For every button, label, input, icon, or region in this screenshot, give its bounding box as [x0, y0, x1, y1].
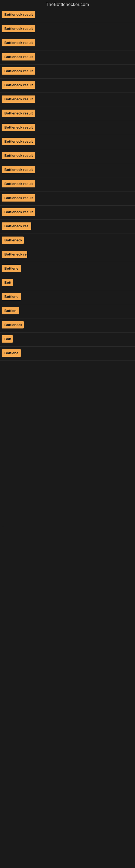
- result-row: Bott: [0, 276, 135, 290]
- result-row: Bottlene: [0, 262, 135, 276]
- bottleneck-badge[interactable]: Bottleneck result: [2, 110, 35, 117]
- bottleneck-badge[interactable]: Bottleneck result: [2, 180, 35, 187]
- result-row: Bottleneck re: [0, 248, 135, 262]
- result-row: Bottleneck result: [0, 65, 135, 79]
- bottleneck-badge[interactable]: Bott: [2, 335, 13, 343]
- result-row: Bottleneck result: [0, 93, 135, 107]
- result-row: Bottleneck result: [0, 36, 135, 51]
- bottleneck-badge[interactable]: Bottlene: [2, 265, 21, 272]
- result-row: Bottleneck res: [0, 220, 135, 234]
- bottleneck-badge[interactable]: Bottleneck result: [2, 95, 35, 103]
- result-row: Bottleneck result: [0, 149, 135, 163]
- result-row: Bottleneck result: [0, 163, 135, 177]
- bottleneck-badge[interactable]: Bottlene: [2, 293, 21, 300]
- result-row: Bottleneck result: [0, 79, 135, 93]
- bottleneck-badge[interactable]: Bott: [2, 279, 13, 286]
- bottleneck-badge[interactable]: Bottleneck result: [2, 67, 35, 74]
- bottleneck-badge[interactable]: Bottleneck result: [2, 82, 35, 89]
- result-row: Bottleneck result: [0, 177, 135, 191]
- result-row: Bottleneck result: [0, 8, 135, 22]
- result-row: Bottleneck: [0, 234, 135, 248]
- bottleneck-badge[interactable]: Bottlene: [2, 349, 21, 357]
- result-row: Bottleneck result: [0, 22, 135, 36]
- bottleneck-badge[interactable]: Bottleneck result: [2, 166, 35, 173]
- result-row: Bottleneck result: [0, 107, 135, 121]
- result-row: Bottlen: [0, 304, 135, 318]
- bottleneck-badge[interactable]: Bottleneck result: [2, 124, 35, 131]
- bottleneck-badge[interactable]: Bottlen: [2, 307, 19, 314]
- result-row: Bottleneck result: [0, 206, 135, 220]
- bottleneck-badge[interactable]: Bottleneck result: [2, 208, 35, 216]
- bottleneck-badge[interactable]: Bottleneck res: [2, 222, 31, 230]
- bottleneck-badge[interactable]: Bottleneck: [2, 321, 24, 329]
- bottleneck-badge[interactable]: Bottleneck result: [2, 39, 35, 46]
- bottleneck-badge[interactable]: Bottleneck result: [2, 138, 35, 145]
- bottleneck-badge[interactable]: Bottleneck result: [2, 11, 35, 18]
- bottleneck-badge[interactable]: Bottleneck result: [2, 194, 35, 202]
- result-row: Bottleneck: [0, 318, 135, 333]
- bottleneck-badge[interactable]: Bottleneck result: [2, 25, 35, 32]
- result-row: Bottlene: [0, 290, 135, 304]
- result-row: Bottleneck result: [0, 121, 135, 135]
- result-row: Bottleneck result: [0, 51, 135, 65]
- result-row: Bottleneck result: [0, 191, 135, 206]
- site-title: TheBottlenecker.com: [0, 0, 135, 8]
- result-row: Bottlene: [0, 347, 135, 361]
- bottleneck-badge[interactable]: Bottleneck result: [2, 152, 35, 159]
- result-row: Bott: [0, 333, 135, 347]
- bottleneck-badge[interactable]: Bottleneck: [2, 237, 24, 244]
- ellipsis-indicator: ...: [0, 361, 135, 529]
- bottleneck-badge[interactable]: Bottleneck result: [2, 53, 35, 61]
- results-container: Bottleneck resultBottleneck resultBottle…: [0, 8, 135, 361]
- bottleneck-badge[interactable]: Bottleneck re: [2, 251, 27, 258]
- result-row: Bottleneck result: [0, 135, 135, 149]
